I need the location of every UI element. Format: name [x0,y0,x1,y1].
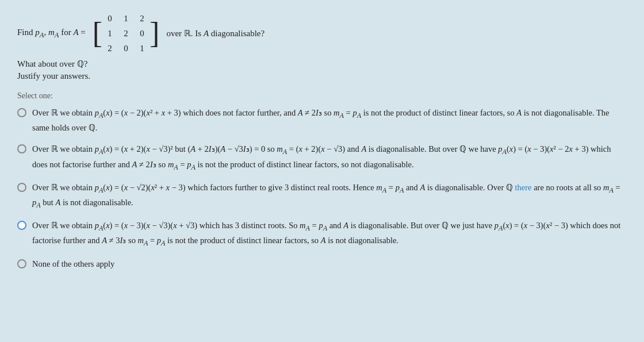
cell-0-0: 0 [103,11,116,25]
select-label: Select one: [17,91,627,101]
matrix-grid: 0 1 2 1 2 0 2 0 1 [103,11,148,55]
matrix: [ 0 1 2 1 2 0 2 0 1 ] [93,11,160,55]
options-list: Over ℝ we obtain pA(x) = (x − 2)(x² + x … [17,106,627,271]
radio-4[interactable] [17,221,26,230]
option-5[interactable]: None of the others apply [17,258,627,271]
cell-1-2: 0 [136,26,148,40]
find-label: Find pA, mA for A = [17,28,86,40]
option-1[interactable]: Over ℝ we obtain pA(x) = (x − 2)(x² + x … [17,106,627,135]
cell-2-0: 2 [103,41,116,55]
option-2[interactable]: Over ℝ we obtain pA(x) = (x + 2)(x − √3)… [17,143,627,172]
cell-0-1: 1 [120,11,132,25]
question-line: Find pA, mA for A = [ 0 1 2 1 2 0 2 0 1 … [17,11,627,55]
justify-line: Justify your answers. [17,71,627,81]
option-5-text: None of the others apply [32,258,627,271]
cell-2-2: 1 [136,41,148,55]
option-2-text: Over ℝ we obtain pA(x) = (x + 2)(x − √3)… [32,143,627,172]
option-4-text: Over ℝ we obtain pA(x) = (x − 3)(x − √3)… [32,219,627,249]
radio-3[interactable] [17,183,26,192]
right-bracket: ] [150,18,159,48]
option-1-text: Over ℝ we obtain pA(x) = (x − 2)(x² + x … [32,106,627,135]
radio-2[interactable] [17,144,26,153]
cell-2-1: 0 [120,41,132,55]
over-label: over ℝ. Is A diagonalisable? [166,28,264,39]
cell-1-0: 1 [103,26,116,40]
option-3[interactable]: Over ℝ we obtain pA(x) = (x − √2)(x² + x… [17,181,627,211]
option-4[interactable]: Over ℝ we obtain pA(x) = (x − 3)(x − √3)… [17,219,627,249]
radio-5[interactable] [17,259,26,268]
question-block: Find pA, mA for A = [ 0 1 2 1 2 0 2 0 1 … [17,11,627,81]
sub-question-1: What about over ℚ? [17,59,627,69]
cell-0-2: 2 [136,11,148,25]
cell-1-1: 2 [120,26,132,40]
left-bracket: [ [93,18,102,48]
option-3-text: Over ℝ we obtain pA(x) = (x − √2)(x² + x… [32,181,627,211]
radio-1[interactable] [17,108,26,117]
